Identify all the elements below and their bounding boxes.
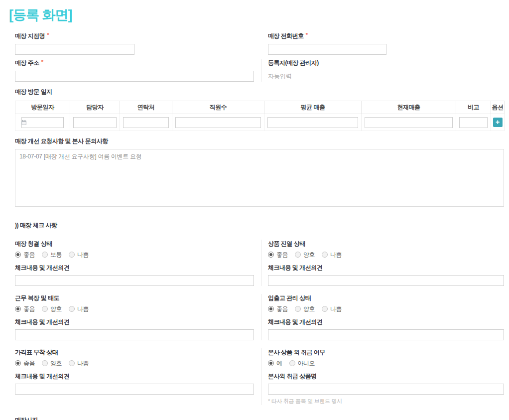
radio-checked-icon[interactable]: [268, 360, 274, 366]
check-section-heading: )) 매장 체크 사항: [15, 221, 504, 230]
radio-checked-icon[interactable]: [15, 360, 21, 366]
radio-option[interactable]: 좋음: [268, 305, 288, 313]
visit-log-input-row: +: [15, 114, 505, 131]
check-item-inventory: 입출고 관리 상태 좋음 양호 나쁨 체크내용 및 개선의견: [261, 294, 504, 340]
opinion-label: 체크내용 및 개선의견: [15, 264, 254, 272]
radio-option[interactable]: 좋음: [15, 359, 35, 368]
check-item-display: 상품 진열 상태 좋음 양호 나쁨 체크내용 및 개선의견: [261, 240, 504, 286]
radio-icon[interactable]: [295, 252, 301, 258]
col-avg-sales: 평균 매출: [264, 101, 362, 114]
radio-icon[interactable]: [42, 252, 48, 258]
radio-option-label: 나쁨: [77, 359, 89, 368]
radio-option[interactable]: 좋음: [268, 251, 288, 259]
radio-icon[interactable]: [69, 306, 75, 312]
registrant-auto-value: 자동입력: [268, 72, 504, 81]
field-registrant: 등록자(매장 관리자) 자동입력: [261, 59, 504, 82]
manager-input[interactable]: [73, 117, 117, 128]
check-item-label: 입출고 관리 상태: [268, 294, 504, 302]
col-employees: 직원수: [172, 101, 264, 114]
radio-checked-icon[interactable]: [15, 306, 21, 312]
radio-group-display: 좋음 양호 나쁨: [268, 251, 504, 258]
radio-option[interactable]: 보통: [42, 251, 62, 259]
col-visit-date: 방문일자: [15, 101, 70, 114]
current-sales-input[interactable]: [365, 117, 453, 128]
external-product-name-input[interactable]: [268, 384, 504, 395]
radio-option-label: 나쁨: [77, 251, 89, 259]
radio-checked-icon[interactable]: [268, 306, 274, 312]
radio-icon[interactable]: [322, 306, 328, 312]
radio-icon[interactable]: [42, 360, 48, 366]
radio-checked-icon[interactable]: [15, 252, 21, 258]
radio-option-label: 보통: [50, 251, 62, 259]
store-phone-label: 매장 전화번호*: [268, 32, 504, 40]
add-row-button[interactable]: +: [493, 118, 503, 127]
radio-option[interactable]: 좋음: [15, 251, 35, 259]
external-product-name-label: 본사외 취급 상품명: [268, 372, 504, 381]
external-product-note: * 타사 취급 품목 및 브랜드 명시: [268, 398, 504, 405]
visit-log-table: 방문일자 담당자 연락처 직원수 평균 매출 현재매출 비고 옵션: [15, 101, 505, 131]
radio-option[interactable]: 양호: [42, 359, 62, 368]
radio-group-inventory: 좋음 양호 나쁨: [268, 305, 504, 312]
store-name-input[interactable]: [15, 44, 134, 55]
col-options: 옵션: [491, 101, 505, 114]
radio-option[interactable]: 양호: [295, 251, 315, 259]
col-current-sales: 현재매출: [362, 101, 456, 114]
radio-icon[interactable]: [69, 360, 75, 366]
employees-input[interactable]: [175, 117, 261, 128]
radio-option-label: 좋음: [23, 359, 35, 368]
radio-option[interactable]: 예: [268, 359, 282, 368]
radio-checked-icon[interactable]: [268, 252, 274, 258]
opinion-input-price-tag[interactable]: [15, 384, 254, 395]
store-address-input[interactable]: [15, 71, 254, 82]
radio-option[interactable]: 나쁨: [69, 305, 89, 313]
radio-option[interactable]: 아니오: [289, 359, 315, 368]
check-item-label: 가격표 부착 상태: [15, 348, 254, 357]
check-item-label: 본사 상품 외 취급 여부: [268, 348, 504, 357]
opinion-label: 체크내용 및 개선의견: [268, 264, 504, 272]
contact-input[interactable]: [123, 117, 169, 128]
radio-icon[interactable]: [322, 252, 328, 258]
radio-option[interactable]: 나쁨: [322, 251, 342, 259]
radio-icon[interactable]: [69, 252, 75, 258]
opinion-input-cleanliness[interactable]: [15, 275, 254, 286]
radio-group-attire: 좋음 양호 나쁨: [15, 305, 254, 312]
visit-date-input[interactable]: [21, 117, 64, 128]
required-mark: *: [306, 32, 308, 38]
inquiry-textarea[interactable]: 18-07-07 [매장 개선 요구사항] 여름 이벤트 요청: [15, 149, 504, 207]
required-mark: *: [41, 59, 43, 65]
radio-option[interactable]: 좋음: [15, 305, 35, 313]
radio-option[interactable]: 양호: [295, 305, 315, 313]
radio-option-label: 양호: [50, 359, 62, 368]
opinion-input-attire[interactable]: [15, 329, 254, 340]
radio-option-label: 나쁨: [77, 305, 89, 313]
check-item-label: 매장 청결 상태: [15, 240, 254, 248]
page-title: [등록 화면]: [9, 6, 509, 24]
radio-option-label: 좋음: [23, 251, 35, 259]
opinion-label: 체크내용 및 개선의견: [15, 372, 254, 381]
store-address-label: 매장 주소*: [15, 59, 254, 67]
avg-sales-input[interactable]: [267, 117, 358, 128]
store-phone-input[interactable]: [268, 44, 386, 55]
radio-option[interactable]: 나쁨: [69, 359, 89, 368]
check-item-cleanliness: 매장 청결 상태 좋음 보통 나쁨 체크내용 및 개선의견: [15, 240, 254, 286]
check-item-label: 상품 진열 상태: [268, 240, 504, 248]
radio-option-label: 좋음: [23, 305, 35, 313]
opinion-input-display[interactable]: [268, 275, 504, 286]
opinion-input-inventory[interactable]: [268, 329, 504, 340]
registrant-label: 등록자(매장 관리자): [268, 59, 504, 67]
store-photo-label: 매장사진: [15, 416, 504, 420]
radio-option-label: 예: [276, 359, 282, 368]
check-item-external-products: 본사 상품 외 취급 여부 예 아니오 본사외 취급 상품명 * 타사 취급 품…: [261, 348, 504, 405]
note-input[interactable]: [459, 117, 488, 128]
radio-option[interactable]: 양호: [42, 305, 62, 313]
radio-option[interactable]: 나쁨: [322, 305, 342, 313]
radio-group-external-products: 예 아니오: [268, 360, 504, 367]
radio-icon[interactable]: [42, 306, 48, 312]
col-contact: 연락처: [120, 101, 172, 114]
radio-icon[interactable]: [289, 360, 295, 366]
check-item-attire: 근무 복장 및 태도 좋음 양호 나쁨 체크내용 및 개선의견: [15, 294, 254, 340]
radio-option[interactable]: 나쁨: [69, 251, 89, 259]
radio-icon[interactable]: [295, 306, 301, 312]
radio-option-label: 양호: [303, 251, 315, 259]
check-item-label: 근무 복장 및 태도: [15, 294, 254, 302]
